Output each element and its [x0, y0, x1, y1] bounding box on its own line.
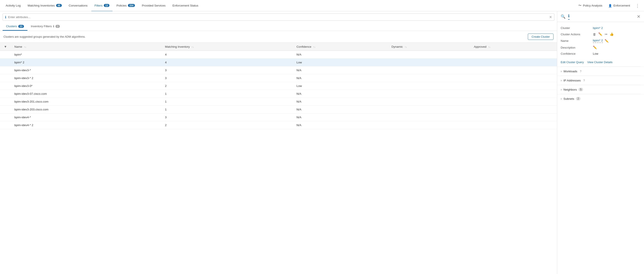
right-panel: 🔍 ℹ ✕ Cluster bpim* 2 Cluster Actions 🗑 … [557, 11, 644, 274]
nav-item-provided-services[interactable]: Provided Services [139, 0, 168, 12]
tab-clusters[interactable]: Clusters 23 [2, 23, 28, 31]
description-label: Description [561, 46, 591, 49]
nav-item-conversations[interactable]: Conversations [66, 0, 90, 12]
row-name-cell: bpim* 2 [11, 59, 162, 66]
edit-cluster-query-link[interactable]: Edit Cluster Query [561, 61, 584, 64]
col-header-dynamic[interactable]: Dynamic ↑↓ [388, 43, 470, 51]
row-filter-cell [0, 59, 11, 66]
nav-item-activity-log[interactable]: Activity Log [2, 0, 24, 12]
table-row[interactable]: bpim-idev3-* 3 N/A [0, 66, 557, 74]
row-filter-cell [0, 66, 11, 74]
row-name-cell: bpim-idev3-07.cisco.com [11, 90, 162, 98]
expand-badge-neighbors: 5 [578, 88, 583, 91]
col-header-approved[interactable]: Approved ↑↓ [470, 43, 557, 51]
search-bar: ℹ ✕ [2, 14, 554, 21]
row-matching-inventory-cell: 2 [162, 121, 293, 129]
left-panel: ℹ ✕ Clusters 23 Inventory Filters ℹ 0 Cl… [0, 11, 557, 274]
table-row[interactable]: bpim-idev3-07.cisco.com 1 N/A [0, 90, 557, 98]
table-row[interactable]: bpim-idev4-* 3 N/A [0, 113, 557, 121]
row-name-cell: bpim-idev4-* [11, 113, 162, 121]
col-matching-inventory-label: Matching Inventory [165, 45, 190, 48]
create-cluster-button[interactable]: Create Cluster [528, 34, 554, 40]
row-dynamic-cell [388, 106, 470, 113]
right-panel-info-icon[interactable]: ℹ [568, 14, 570, 20]
row-filter-cell [0, 106, 11, 113]
thumbs-up-icon[interactable]: 👍 [610, 32, 614, 36]
col-header-matching-inventory[interactable]: Matching Inventory ↑↓ [162, 43, 293, 51]
row-matching-inventory-cell: 2 [162, 82, 293, 90]
search-clear-button[interactable]: ✕ [549, 15, 552, 19]
col-header-confidence[interactable]: Confidence ↑↓ [293, 43, 388, 51]
right-panel-search-icon[interactable]: 🔍 [561, 14, 566, 19]
name-edit-icon[interactable]: ✏️ [604, 39, 609, 43]
name-label: Name [561, 39, 591, 43]
row-matching-inventory-cell: 3 [162, 74, 293, 82]
col-name-label: Name [14, 45, 22, 48]
expand-section-ip-addresses[interactable]: › IP Addresses ? [557, 76, 644, 85]
table-row[interactable]: bpim-idev3-201.cisco.com 1 N/A [0, 98, 557, 106]
row-approved-cell [470, 121, 557, 129]
top-nav: Activity Log Matching Inventories 46 Con… [0, 0, 644, 11]
nav-more-button[interactable]: ⋮ [634, 3, 642, 8]
col-approved-sort-icon: ↑↓ [488, 46, 490, 48]
row-approved-cell [470, 51, 557, 59]
row-approved-cell [470, 74, 557, 82]
forward-icon[interactable]: ↣ [604, 32, 608, 36]
nav-policy-analysis[interactable]: 〜 Policy Analysis [576, 0, 605, 11]
cluster-row: Cluster bpim* 2 [561, 25, 640, 31]
row-confidence-cell: N/A [293, 66, 388, 74]
policy-analysis-icon: 〜 [578, 4, 582, 8]
table-row[interactable]: bpim* 2 4 Low [0, 59, 557, 66]
row-matching-inventory-cell: 4 [162, 51, 293, 59]
delete-icon[interactable]: 🗑 [593, 33, 596, 36]
expand-badge-subnets: 2 [576, 97, 580, 100]
col-dynamic-sort-icon: ↑↓ [405, 46, 407, 48]
table-row[interactable]: bpim-idev3-203.cisco.com 1 N/A [0, 106, 557, 113]
expand-section-workloads[interactable]: › Workloads ? [557, 67, 644, 76]
expand-info-ip-addresses: ? [583, 79, 585, 82]
table-row[interactable]: bpim* 4 N/A [0, 51, 557, 59]
cluster-value[interactable]: bpim* 2 [593, 26, 640, 30]
expand-section-subnets[interactable]: › Subnets 2 [557, 94, 644, 103]
nav-label-matching-inventories: Matching Inventories [28, 4, 55, 7]
nav-item-filters[interactable]: Filters 13 [92, 0, 112, 12]
row-name-cell: bpim-idev3-201.cisco.com [11, 98, 162, 106]
row-confidence-cell: Low [293, 82, 388, 90]
col-confidence-sort-icon: ↑↓ [313, 46, 316, 48]
table-row[interactable]: bpim-idev3-0* 2 Low [0, 82, 557, 90]
confidence-row: Confidence Low [561, 51, 640, 57]
nav-label-provided-services: Provided Services [142, 4, 166, 7]
nav-label-conversations: Conversations [69, 4, 88, 7]
tab-inventory-filters[interactable]: Inventory Filters ℹ 0 [28, 23, 63, 31]
nav-badge-matching-inventories: 46 [56, 4, 62, 7]
expand-chevron-neighbors: › [561, 88, 562, 91]
edit-icon[interactable]: ✏️ [598, 32, 602, 36]
table-row[interactable]: bpim-idev4-* 2 2 N/A [0, 121, 557, 129]
row-name-cell: bpim-idev4-* 2 [11, 121, 162, 129]
nav-item-matching-inventories[interactable]: Matching Inventories 46 [24, 0, 65, 12]
row-confidence-cell: N/A [293, 121, 388, 129]
name-value[interactable]: bpim* 2 [593, 39, 603, 43]
col-approved-label: Approved [474, 45, 486, 48]
row-approved-cell [470, 82, 557, 90]
nav-item-policies[interactable]: Policies 154 [113, 0, 138, 12]
row-approved-cell [470, 113, 557, 121]
right-panel-close-button[interactable]: ✕ [637, 14, 640, 19]
expand-label-subnets: Subnets [564, 97, 574, 100]
description-edit-icon[interactable]: ✏️ [593, 46, 597, 50]
nav-item-enforcement-status[interactable]: Enforcement Status [170, 0, 202, 12]
table-row[interactable]: bpim-idev3-* 2 3 N/A [0, 74, 557, 82]
expand-left-workloads: › Workloads ? [561, 70, 581, 73]
nav-enforcement[interactable]: 👤 Enforcement [606, 0, 633, 11]
col-header-name[interactable]: Name ↑↓ [11, 43, 162, 51]
table-body: bpim* 4 N/A bpim* 2 4 Low bpim-idev3-* 3… [0, 51, 557, 129]
filter-icon[interactable]: ▼ [4, 45, 7, 48]
expand-section-neighbors[interactable]: › Neighbors 5 [557, 85, 644, 94]
search-info-icon[interactable]: ℹ [5, 15, 6, 19]
row-name-cell: bpim-idev3-* [11, 66, 162, 74]
view-cluster-details-link[interactable]: View Cluster Details [587, 61, 612, 64]
row-matching-inventory-cell: 1 [162, 98, 293, 106]
description-row: Clusters are suggested groups generated … [0, 31, 557, 43]
col-name-sort-icon: ↑↓ [24, 46, 26, 48]
search-input[interactable] [8, 16, 548, 19]
